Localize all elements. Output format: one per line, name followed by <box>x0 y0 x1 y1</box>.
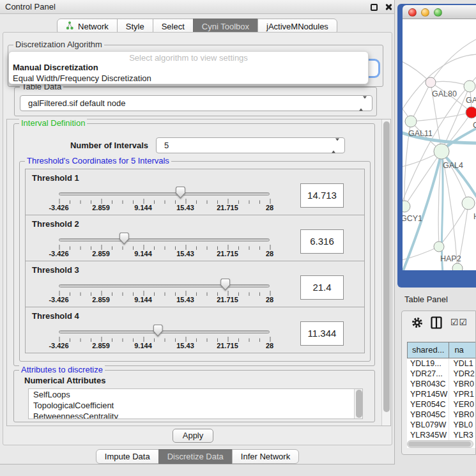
network-node-hap2[interactable] <box>434 242 444 252</box>
slider-scale-label: -3.426 <box>42 204 75 211</box>
slider-scale-label: 2.859 <box>84 296 118 303</box>
network-edge[interactable] <box>411 112 472 121</box>
network-window-titlebar[interactable] <box>403 5 476 19</box>
table-cell-shared-name: YBL079W <box>407 420 449 430</box>
threshold-value-field[interactable]: 11.344 <box>300 321 344 346</box>
threshold-slider-4[interactable]: -3.4262.8599.14415.4321.71528 <box>59 328 270 352</box>
threshold-label: Threshold 1 <box>32 173 79 183</box>
threshold-panel-1: Threshold 1-3.4262.8599.14415.4321.71528… <box>25 169 365 215</box>
table-row[interactable]: YER054CYER0 <box>407 399 476 410</box>
slider-scale-label: 9.144 <box>127 296 160 303</box>
table-row[interactable]: YBR045CYBR0 <box>407 410 476 420</box>
tab-impute-data[interactable]: Impute Data <box>96 449 159 464</box>
column-header-name[interactable]: na <box>449 342 476 358</box>
network-canvas[interactable]: GAL80GACGAL11GAL4GCY1HHAP2 <box>403 19 476 270</box>
settings-vertical-scrollbar[interactable] <box>381 119 390 426</box>
slider-scale-label: -3.426 <box>42 250 75 257</box>
threshold-slider-2[interactable]: -3.4262.8599.14415.4321.71528 <box>59 236 270 260</box>
network-edge-highlighted[interactable] <box>403 153 441 270</box>
slider-track[interactable] <box>59 238 270 242</box>
tab-discretize-data[interactable]: Discretize Data <box>158 449 233 464</box>
network-node-gal4[interactable] <box>434 144 449 159</box>
slider-thumb[interactable] <box>176 187 185 199</box>
close-icon[interactable] <box>385 3 392 11</box>
attributes-list-scrollbar[interactable] <box>354 389 362 418</box>
threshold-value-field[interactable]: 21.4 <box>300 275 344 300</box>
close-traffic-light-icon[interactable] <box>408 8 417 17</box>
slider-track[interactable] <box>59 284 270 288</box>
network-node-label: C <box>473 121 476 130</box>
network-node-gal80[interactable] <box>426 77 436 88</box>
table-row[interactable]: YPR145WYPR1 <box>407 389 476 399</box>
network-view-window: GAL80GACGAL11GAL4GCY1HHAP2 <box>397 4 476 288</box>
threshold-label: Threshold 4 <box>32 311 79 321</box>
tab-label: Infer Network <box>241 452 290 461</box>
table-cell-shared-name: YPR145W <box>407 389 449 399</box>
split-columns-icon[interactable] <box>431 316 442 331</box>
table-horizontal-scrollbar[interactable] <box>407 440 473 448</box>
network-icon <box>66 21 74 32</box>
attribute-item-betweennesscentrality[interactable]: BetweennessCentrality <box>29 411 362 419</box>
table-row[interactable]: YBR043CYBR0 <box>407 379 476 389</box>
number-of-intervals-combobox[interactable]: 5 <box>156 137 345 153</box>
tab-label: Discretize Data <box>167 452 224 461</box>
network-node-label: HAP2 <box>440 254 461 263</box>
algorithm-option-equal-width-frequency-discretization[interactable]: Equal Width/Frequency Discretization <box>9 73 368 84</box>
combo-stepper-icon <box>359 98 367 108</box>
numerical-attributes-list[interactable]: SelfLoopsTopologicalCoefficientBetweenne… <box>28 388 363 419</box>
number-of-intervals-label: Number of Intervals <box>52 141 148 150</box>
algorithm-options: Manual DiscretizationEqual Width/Frequen… <box>9 62 368 84</box>
table-row[interactable]: YLR345WYLR3 <box>407 430 476 440</box>
threshold-value-field[interactable]: 6.316 <box>300 229 344 254</box>
float-window-icon[interactable] <box>371 4 378 11</box>
network-node-red-node[interactable] <box>466 107 476 118</box>
thresholds-group-title: Threshold's Coordinates for 5 Intervals <box>25 156 171 166</box>
slider-scale-label: 9.144 <box>127 204 160 211</box>
tab-infer-network[interactable]: Infer Network <box>232 449 299 464</box>
screen: Control Panel NetworkStyleSelectCyni Too… <box>0 0 476 476</box>
settings-scrollpane: Interval Definition Number of Intervals … <box>6 119 391 426</box>
table-header: shared... na <box>407 342 476 358</box>
tab-label: Network <box>78 22 109 31</box>
gear-icon[interactable] <box>411 316 424 331</box>
slider-track[interactable] <box>59 330 270 334</box>
attribute-item-selfloops[interactable]: SelfLoops <box>29 389 362 400</box>
table-row[interactable]: YDL19...YDL1 <box>407 358 476 369</box>
apply-button[interactable]: Apply <box>173 429 213 443</box>
slider-scale-label: 28 <box>253 250 286 257</box>
column-header-shared-name[interactable]: shared... <box>407 342 449 358</box>
threshold-slider-1[interactable]: -3.4262.8599.14415.4321.71528 <box>59 190 270 214</box>
node-table: shared... na YDL19...YDL1YDR27...YDR2YBR… <box>407 342 476 448</box>
network-node-gal11[interactable] <box>405 116 417 127</box>
network-node-gcy1[interactable] <box>403 201 410 212</box>
cyni-toolbox-panel: Discretization Algorithm Select algorith… <box>3 32 392 445</box>
tab-label: Impute Data <box>105 452 150 461</box>
table-row[interactable]: YBL079WYBL0 <box>407 420 476 430</box>
slider-thumb[interactable] <box>220 279 230 291</box>
threshold-value-field[interactable]: 14.713 <box>300 183 344 208</box>
slider-thumb[interactable] <box>153 325 163 337</box>
network-node-label: GAL80 <box>432 89 457 98</box>
algorithm-option-manual-discretization[interactable]: Manual Discretization <box>9 62 368 73</box>
table-row[interactable]: YDR27...YDR2 <box>407 369 476 379</box>
network-node-bottom-node[interactable] <box>452 263 463 270</box>
minimize-traffic-light-icon[interactable] <box>421 8 429 17</box>
network-edge-highlighted[interactable] <box>441 155 443 270</box>
threshold-slider-3[interactable]: -3.4262.8599.14415.4321.71528 <box>59 282 270 306</box>
slider-scale-label: 2.859 <box>84 342 118 349</box>
discretization-algorithm-group-title: Discretization Algorithm <box>13 40 104 50</box>
table-data-combobox[interactable]: galFiltered.sif default node <box>20 95 372 111</box>
network-node-right-h[interactable] <box>462 197 475 210</box>
slider-scale-label: 28 <box>253 204 286 211</box>
select-columns-checkboxes-icon[interactable]: ☑☑ <box>450 317 468 327</box>
zoom-traffic-light-icon[interactable] <box>434 8 442 17</box>
network-node-top-right[interactable] <box>464 81 475 92</box>
table-cell-shared-name: YDR27... <box>407 369 449 379</box>
slider-thumb[interactable] <box>119 233 129 245</box>
table-cell-shared-name: YBR045C <box>407 410 449 420</box>
network-edge[interactable] <box>411 82 431 121</box>
slider-track[interactable] <box>59 192 270 196</box>
attribute-item-topologicalcoefficient[interactable]: TopologicalCoefficient <box>29 400 362 411</box>
table-cell-shared-name: YLR345W <box>407 430 449 440</box>
interval-definition-title: Interval Definition <box>19 118 87 128</box>
